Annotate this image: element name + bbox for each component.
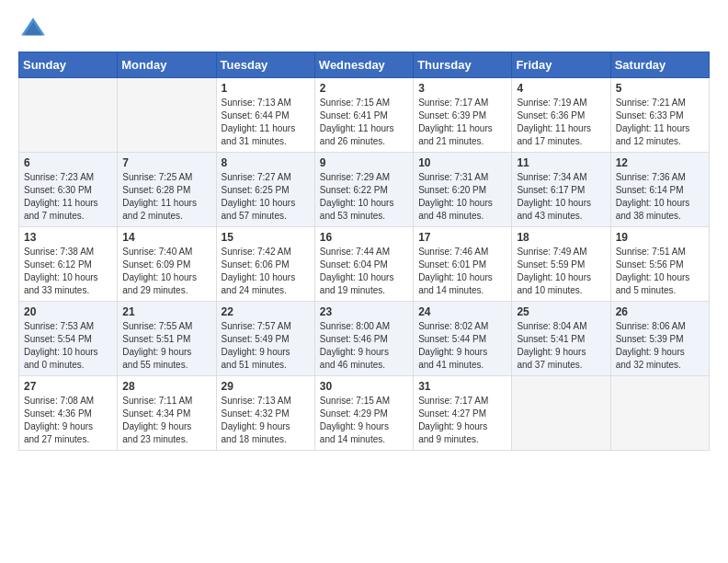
- cell-details: Sunrise: 8:00 AM Sunset: 5:46 PM Dayligh…: [320, 320, 408, 372]
- day-number: 11: [517, 156, 605, 169]
- calendar-cell: [610, 376, 709, 451]
- week-row-3: 20Sunrise: 7:53 AM Sunset: 5:54 PM Dayli…: [19, 302, 710, 376]
- calendar-cell: 11Sunrise: 7:34 AM Sunset: 6:17 PM Dayli…: [512, 153, 610, 227]
- calendar-cell: 2Sunrise: 7:15 AM Sunset: 6:41 PM Daylig…: [314, 78, 413, 153]
- day-number: 22: [222, 305, 310, 318]
- cell-details: Sunrise: 7:40 AM Sunset: 6:09 PM Dayligh…: [122, 246, 210, 297]
- calendar-cell: 23Sunrise: 8:00 AM Sunset: 5:46 PM Dayli…: [314, 302, 413, 376]
- calendar-cell: 29Sunrise: 7:13 AM Sunset: 4:32 PM Dayli…: [216, 376, 314, 451]
- cell-details: Sunrise: 8:06 AM Sunset: 5:39 PM Dayligh…: [616, 320, 704, 372]
- day-number: 25: [517, 305, 605, 318]
- calendar-cell: [118, 78, 216, 153]
- cell-details: Sunrise: 7:21 AM Sunset: 6:33 PM Dayligh…: [616, 97, 704, 148]
- weekday-header-friday: Friday: [512, 52, 610, 78]
- weekday-header-row: SundayMondayTuesdayWednesdayThursdayFrid…: [19, 52, 710, 78]
- cell-details: Sunrise: 7:15 AM Sunset: 4:29 PM Dayligh…: [320, 395, 408, 446]
- calendar-cell: 22Sunrise: 7:57 AM Sunset: 5:49 PM Dayli…: [216, 302, 314, 376]
- cell-details: Sunrise: 7:13 AM Sunset: 6:44 PM Dayligh…: [222, 97, 310, 148]
- day-number: 26: [616, 305, 704, 318]
- logo-icon: [18, 15, 48, 44]
- cell-details: Sunrise: 7:08 AM Sunset: 4:36 PM Dayligh…: [24, 395, 112, 446]
- calendar-cell: 8Sunrise: 7:27 AM Sunset: 6:25 PM Daylig…: [216, 153, 314, 227]
- cell-details: Sunrise: 7:25 AM Sunset: 6:28 PM Dayligh…: [122, 171, 210, 223]
- day-number: 20: [24, 305, 112, 318]
- calendar-cell: 28Sunrise: 7:11 AM Sunset: 4:34 PM Dayli…: [118, 376, 216, 451]
- day-number: 3: [418, 82, 506, 95]
- weekday-header-sunday: Sunday: [19, 52, 118, 78]
- cell-details: Sunrise: 7:17 AM Sunset: 4:27 PM Dayligh…: [418, 395, 506, 446]
- day-number: 1: [222, 82, 310, 95]
- day-number: 17: [418, 231, 506, 244]
- calendar-cell: 6Sunrise: 7:23 AM Sunset: 6:30 PM Daylig…: [19, 153, 118, 227]
- cell-details: Sunrise: 7:49 AM Sunset: 5:59 PM Dayligh…: [517, 246, 605, 297]
- calendar-cell: 26Sunrise: 8:06 AM Sunset: 5:39 PM Dayli…: [610, 302, 709, 376]
- day-number: 27: [24, 380, 112, 393]
- day-number: 6: [24, 156, 112, 169]
- calendar-cell: 16Sunrise: 7:44 AM Sunset: 6:04 PM Dayli…: [314, 227, 413, 302]
- calendar-cell: 30Sunrise: 7:15 AM Sunset: 4:29 PM Dayli…: [314, 376, 413, 451]
- cell-details: Sunrise: 7:11 AM Sunset: 4:34 PM Dayligh…: [122, 395, 210, 446]
- day-number: 19: [616, 231, 704, 244]
- cell-details: Sunrise: 8:02 AM Sunset: 5:44 PM Dayligh…: [418, 320, 506, 372]
- weekday-header-monday: Monday: [118, 52, 216, 78]
- calendar-cell: 4Sunrise: 7:19 AM Sunset: 6:36 PM Daylig…: [512, 78, 610, 153]
- calendar-cell: 19Sunrise: 7:51 AM Sunset: 5:56 PM Dayli…: [610, 227, 709, 302]
- calendar-cell: 13Sunrise: 7:38 AM Sunset: 6:12 PM Dayli…: [19, 227, 118, 302]
- week-row-4: 27Sunrise: 7:08 AM Sunset: 4:36 PM Dayli…: [19, 376, 710, 451]
- cell-details: Sunrise: 7:42 AM Sunset: 6:06 PM Dayligh…: [222, 246, 310, 297]
- calendar-cell: 18Sunrise: 7:49 AM Sunset: 5:59 PM Dayli…: [512, 227, 610, 302]
- calendar-cell: 15Sunrise: 7:42 AM Sunset: 6:06 PM Dayli…: [216, 227, 314, 302]
- calendar-cell: 21Sunrise: 7:55 AM Sunset: 5:51 PM Dayli…: [118, 302, 216, 376]
- calendar-cell: 25Sunrise: 8:04 AM Sunset: 5:41 PM Dayli…: [512, 302, 610, 376]
- cell-details: Sunrise: 7:13 AM Sunset: 4:32 PM Dayligh…: [222, 395, 310, 446]
- calendar-cell: 1Sunrise: 7:13 AM Sunset: 6:44 PM Daylig…: [216, 78, 314, 153]
- cell-details: Sunrise: 7:53 AM Sunset: 5:54 PM Dayligh…: [24, 320, 112, 372]
- weekday-header-thursday: Thursday: [414, 52, 512, 78]
- day-number: 24: [418, 305, 506, 318]
- day-number: 7: [122, 156, 210, 169]
- calendar-cell: 9Sunrise: 7:29 AM Sunset: 6:22 PM Daylig…: [314, 153, 413, 227]
- cell-details: Sunrise: 7:19 AM Sunset: 6:36 PM Dayligh…: [517, 97, 605, 148]
- cell-details: Sunrise: 7:38 AM Sunset: 6:12 PM Dayligh…: [24, 246, 112, 297]
- day-number: 15: [222, 231, 310, 244]
- calendar-cell: 17Sunrise: 7:46 AM Sunset: 6:01 PM Dayli…: [414, 227, 512, 302]
- calendar-cell: 31Sunrise: 7:17 AM Sunset: 4:27 PM Dayli…: [414, 376, 512, 451]
- calendar-cell: 24Sunrise: 8:02 AM Sunset: 5:44 PM Dayli…: [414, 302, 512, 376]
- day-number: 2: [320, 82, 408, 95]
- calendar-cell: [512, 376, 610, 451]
- calendar-cell: 7Sunrise: 7:25 AM Sunset: 6:28 PM Daylig…: [118, 153, 216, 227]
- cell-details: Sunrise: 7:44 AM Sunset: 6:04 PM Dayligh…: [320, 246, 408, 297]
- day-number: 9: [320, 156, 408, 169]
- weekday-header-tuesday: Tuesday: [216, 52, 314, 78]
- cell-details: Sunrise: 7:34 AM Sunset: 6:17 PM Dayligh…: [517, 171, 605, 223]
- weekday-header-saturday: Saturday: [610, 52, 709, 78]
- logo: [18, 15, 53, 44]
- calendar-cell: 14Sunrise: 7:40 AM Sunset: 6:09 PM Dayli…: [118, 227, 216, 302]
- day-number: 18: [517, 231, 605, 244]
- day-number: 28: [122, 380, 210, 393]
- calendar-cell: 3Sunrise: 7:17 AM Sunset: 6:39 PM Daylig…: [414, 78, 512, 153]
- day-number: 30: [320, 380, 408, 393]
- cell-details: Sunrise: 7:36 AM Sunset: 6:14 PM Dayligh…: [616, 171, 704, 223]
- cell-details: Sunrise: 7:15 AM Sunset: 6:41 PM Dayligh…: [320, 97, 408, 148]
- calendar-cell: 20Sunrise: 7:53 AM Sunset: 5:54 PM Dayli…: [19, 302, 118, 376]
- day-number: 13: [24, 231, 112, 244]
- calendar-cell: 27Sunrise: 7:08 AM Sunset: 4:36 PM Dayli…: [19, 376, 118, 451]
- calendar-cell: 5Sunrise: 7:21 AM Sunset: 6:33 PM Daylig…: [610, 78, 709, 153]
- cell-details: Sunrise: 7:31 AM Sunset: 6:20 PM Dayligh…: [418, 171, 506, 223]
- week-row-2: 13Sunrise: 7:38 AM Sunset: 6:12 PM Dayli…: [19, 227, 710, 302]
- cell-details: Sunrise: 7:29 AM Sunset: 6:22 PM Dayligh…: [320, 171, 408, 223]
- day-number: 31: [418, 380, 506, 393]
- cell-details: Sunrise: 7:51 AM Sunset: 5:56 PM Dayligh…: [616, 246, 704, 297]
- day-number: 14: [122, 231, 210, 244]
- cell-details: Sunrise: 7:23 AM Sunset: 6:30 PM Dayligh…: [24, 171, 112, 223]
- day-number: 29: [222, 380, 310, 393]
- day-number: 16: [320, 231, 408, 244]
- day-number: 5: [616, 82, 704, 95]
- cell-details: Sunrise: 7:57 AM Sunset: 5:49 PM Dayligh…: [222, 320, 310, 372]
- cell-details: Sunrise: 7:17 AM Sunset: 6:39 PM Dayligh…: [418, 97, 506, 148]
- calendar-cell: 10Sunrise: 7:31 AM Sunset: 6:20 PM Dayli…: [414, 153, 512, 227]
- calendar-cell: 12Sunrise: 7:36 AM Sunset: 6:14 PM Dayli…: [610, 153, 709, 227]
- weekday-header-wednesday: Wednesday: [314, 52, 413, 78]
- calendar: SundayMondayTuesdayWednesdayThursdayFrid…: [18, 52, 710, 451]
